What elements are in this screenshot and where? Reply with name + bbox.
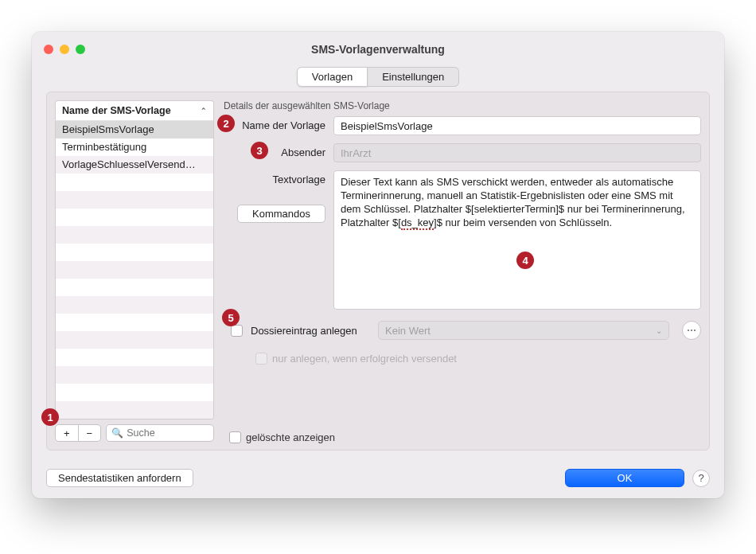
- list-item: .: [56, 279, 213, 296]
- list-item: .: [56, 244, 213, 261]
- window-title: SMS-Vorlagenverwaltung: [32, 43, 724, 56]
- list-item: .: [56, 349, 213, 366]
- list-item[interactable]: VorlageSchluesselVersend…: [56, 156, 213, 174]
- traffic-lights: [44, 45, 85, 54]
- dossier-label: Dossiereintrag anlegen: [251, 325, 370, 337]
- text-template-content-post: ]$ nur beim versenden von Schlüsseln.: [434, 217, 612, 228]
- list-toolbar: + − 🔍: [55, 424, 214, 442]
- list-item[interactable]: BeispielSmsVorlage: [56, 121, 213, 138]
- list-item: .: [56, 261, 213, 279]
- title-bar: SMS-Vorlagenverwaltung: [32, 32, 724, 67]
- sort-ascending-icon: ⌃: [201, 107, 207, 115]
- template-list-column: Name der SMS-Vorlage ⌃ BeispielSmsVorlag…: [55, 100, 214, 442]
- dossier-type-dropdown[interactable]: Kein Wert ⌄: [378, 321, 669, 340]
- textvorlage-label: Textvorlage: [273, 174, 325, 185]
- name-label: Name der Vorlage: [222, 116, 325, 131]
- statistics-button[interactable]: Sendestatistiken anfordern: [46, 469, 193, 487]
- list-item: .: [56, 314, 213, 331]
- minimize-window-button[interactable]: [60, 45, 69, 54]
- search-field[interactable]: 🔍: [106, 424, 214, 442]
- close-window-button[interactable]: [44, 45, 53, 54]
- list-item: .: [56, 209, 213, 226]
- show-deleted-label: gelöschte anzeigen: [246, 431, 335, 443]
- search-icon: 🔍: [111, 427, 123, 439]
- list-item: .: [56, 296, 213, 314]
- absender-input: IhrArzt: [333, 143, 701, 162]
- content-area: Vorlagen Einstellungen Name der SMS-Vorl…: [32, 67, 724, 458]
- list-item: .: [56, 331, 213, 349]
- chevron-updown-icon: ⌄: [656, 326, 662, 335]
- tab-vorlagen[interactable]: Vorlagen: [297, 67, 368, 87]
- template-name-input[interactable]: BeispielSmsVorlage: [333, 116, 701, 135]
- template-list[interactable]: BeispielSmsVorlage Terminbestätigung Vor…: [55, 121, 214, 419]
- add-template-button[interactable]: +: [55, 424, 79, 442]
- dossier-more-button[interactable]: ⋯: [682, 321, 701, 340]
- template-list-header[interactable]: Name der SMS-Vorlage ⌃: [55, 100, 214, 121]
- dossier-dropdown-placeholder: Kein Wert: [385, 325, 431, 337]
- tab-einstellungen[interactable]: Einstellungen: [368, 67, 459, 87]
- only-if-sent-label: nur anlegen, wenn erfolgreich versendet: [272, 353, 457, 365]
- remove-template-button[interactable]: −: [79, 424, 102, 442]
- details-section-title: Details der ausgewählten SMS-Vorlage: [224, 100, 701, 111]
- text-template-textarea[interactable]: Dieser Text kann als SMS verschickt werd…: [333, 170, 701, 310]
- only-if-sent-checkbox: [255, 353, 267, 365]
- absender-label: Absender: [222, 143, 325, 158]
- ok-button[interactable]: OK: [565, 469, 684, 487]
- list-item[interactable]: Terminbestätigung: [56, 138, 213, 156]
- sms-template-management-window: SMS-Vorlagenverwaltung Vorlagen Einstell…: [32, 32, 724, 498]
- tab-bar: Vorlagen Einstellungen: [46, 67, 710, 87]
- list-item: .: [56, 174, 213, 191]
- text-template-content-udl: ds_key: [401, 217, 434, 230]
- kommandos-button[interactable]: Kommandos: [237, 205, 325, 223]
- search-input[interactable]: [127, 427, 208, 439]
- list-item: .: [56, 401, 213, 419]
- list-item: .: [56, 226, 213, 244]
- help-button[interactable]: ?: [692, 470, 710, 487]
- dossier-checkbox[interactable]: [231, 325, 243, 337]
- details-column: Details der ausgewählten SMS-Vorlage Nam…: [222, 100, 701, 442]
- show-deleted-checkbox[interactable]: [229, 431, 241, 443]
- tab-segmented-control: Vorlagen Einstellungen: [297, 67, 459, 87]
- template-list-header-label: Name der SMS-Vorlage: [62, 105, 171, 116]
- main-panel: Name der SMS-Vorlage ⌃ BeispielSmsVorlag…: [46, 92, 710, 451]
- list-item: .: [56, 191, 213, 209]
- maximize-window-button[interactable]: [76, 45, 85, 54]
- list-item: .: [56, 384, 213, 401]
- footer: Sendestatistiken anfordern OK ?: [32, 458, 724, 498]
- list-item: .: [56, 366, 213, 384]
